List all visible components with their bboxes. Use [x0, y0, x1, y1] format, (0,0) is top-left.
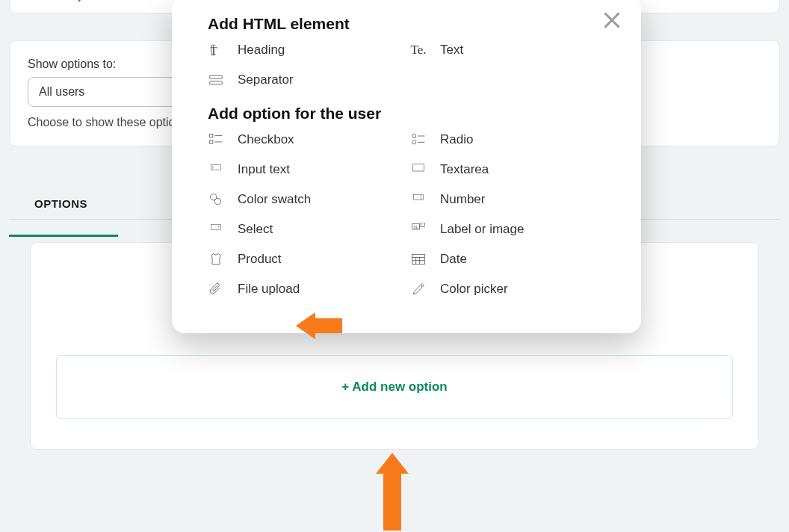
- product-icon: [208, 251, 224, 267]
- svg-rect-11: [211, 165, 221, 170]
- select-icon: [208, 221, 224, 238]
- option-colorpicker-label: Color picker: [440, 282, 508, 297]
- option-inputtext[interactable]: Input text: [208, 161, 403, 178]
- option-heading-label: Heading: [238, 43, 285, 58]
- add-new-option-button[interactable]: + Add new option: [56, 355, 733, 419]
- annotation-arrow-product: [290, 312, 342, 339]
- inputtext-icon: [208, 161, 224, 178]
- option-textarea[interactable]: Textarea: [410, 161, 605, 178]
- option-checkbox[interactable]: Checkbox: [208, 132, 403, 148]
- svg-rect-18: [211, 225, 221, 230]
- option-text[interactable]: Te. Text: [410, 42, 605, 58]
- svg-point-7: [412, 134, 416, 138]
- text-icon: Te.: [410, 42, 427, 58]
- option-number-label: Number: [440, 192, 485, 207]
- svg-text:T: T: [211, 45, 217, 57]
- colorswatch-icon: [208, 191, 224, 208]
- show-options-value: All users: [39, 85, 84, 99]
- option-checkbox-label: Checkbox: [238, 132, 294, 147]
- modal-heading-options: Add option for the user: [208, 105, 605, 123]
- svg-rect-2: [210, 81, 223, 84]
- svg-rect-16: [414, 195, 424, 200]
- modal-heading-html: Add HTML element: [208, 15, 605, 33]
- option-radio-label: Radio: [440, 132, 473, 147]
- label-icon: XL: [410, 221, 427, 238]
- option-inputtext-label: Input text: [238, 162, 290, 177]
- close-icon: [601, 9, 623, 31]
- option-text-label: Text: [440, 43, 463, 58]
- option-heading[interactable]: T Heading: [208, 42, 403, 58]
- annotation-arrow-addnew: [376, 453, 409, 531]
- svg-point-15: [214, 198, 220, 204]
- textarea-icon: [410, 161, 427, 178]
- svg-rect-1: [210, 75, 223, 78]
- add-element-modal: Add HTML element T Heading Te. Text Sepa…: [172, 0, 641, 333]
- option-colorswatch[interactable]: Color swatch: [208, 191, 403, 208]
- tab-options[interactable]: OPTIONS: [34, 197, 87, 219]
- option-date[interactable]: Date: [410, 251, 605, 267]
- option-colorswatch-label: Color swatch: [238, 192, 311, 207]
- option-product-label: Product: [238, 252, 282, 267]
- option-radio[interactable]: Radio: [410, 132, 605, 148]
- tab-options-label: OPTIONS: [34, 197, 87, 210]
- option-colorpicker[interactable]: Color picker: [410, 281, 605, 297]
- option-separator-label: Separator: [238, 72, 294, 87]
- option-product[interactable]: Product: [208, 251, 403, 267]
- option-label-label: Label or image: [440, 222, 524, 237]
- svg-rect-3: [210, 134, 213, 137]
- fileupload-icon: [208, 281, 224, 297]
- svg-rect-21: [421, 223, 424, 226]
- colorpicker-icon: [410, 281, 427, 297]
- option-fileupload-label: File upload: [238, 282, 300, 297]
- svg-rect-13: [413, 164, 424, 171]
- option-select-label: Select: [238, 222, 273, 237]
- separator-icon: [208, 72, 224, 88]
- option-separator[interactable]: Separator: [208, 72, 403, 88]
- svg-text:XL: XL: [413, 225, 418, 229]
- heading-icon: T: [208, 42, 224, 58]
- number-icon: [410, 191, 427, 208]
- option-textarea-label: Textarea: [440, 162, 489, 177]
- checkbox-icon: [208, 132, 224, 148]
- date-icon: [410, 251, 427, 267]
- option-select[interactable]: Select: [208, 221, 403, 238]
- option-fileupload[interactable]: File upload: [208, 281, 403, 297]
- option-date-label: Date: [440, 252, 467, 267]
- option-label[interactable]: XL Label or image: [410, 221, 605, 238]
- svg-rect-22: [412, 254, 425, 264]
- option-number[interactable]: Number: [410, 191, 605, 208]
- svg-rect-4: [210, 140, 213, 143]
- close-button[interactable]: [601, 9, 623, 31]
- radio-icon: [410, 132, 427, 148]
- svg-point-8: [412, 140, 416, 144]
